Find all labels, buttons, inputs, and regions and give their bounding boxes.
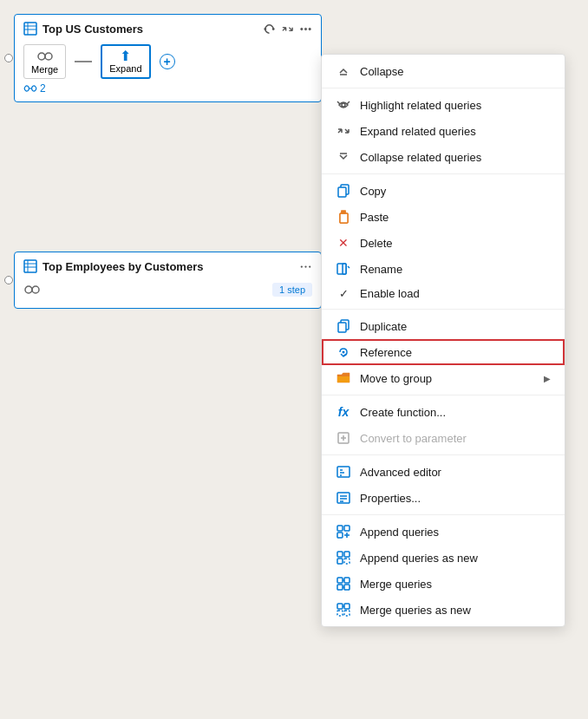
card-bottom-title-row: Top Employees by Customers [23, 259, 312, 273]
menu-item-duplicate[interactable]: Duplicate [322, 313, 565, 339]
menu-collapse-label: Collapse [360, 65, 404, 78]
menu-merge-queries-new-label: Merge queries as new [360, 604, 471, 617]
svg-rect-39 [337, 467, 350, 477]
menu-item-collapse-related[interactable]: Collapse related queries [322, 144, 565, 170]
svg-rect-54 [337, 578, 343, 583]
svg-line-23 [337, 101, 340, 104]
svg-rect-56 [337, 585, 343, 590]
menu-item-merge-queries[interactable]: Merge queries [322, 571, 565, 597]
checkmark-icon: ✓ [336, 287, 351, 300]
merge-step: Merge [23, 44, 66, 79]
svg-rect-50 [337, 552, 343, 557]
sep-4 [322, 395, 565, 395]
link-count-value: 2 [40, 82, 46, 95]
svg-rect-55 [344, 578, 350, 583]
convert-icon [336, 430, 351, 446]
copy-icon [336, 183, 351, 199]
svg-rect-52 [337, 559, 343, 564]
more-icon-2[interactable] [299, 260, 312, 273]
svg-rect-12 [24, 260, 36, 272]
svg-rect-31 [343, 264, 346, 274]
fx-icon: fx [336, 404, 351, 420]
menu-item-expand-related[interactable]: Expand related queries [322, 118, 565, 144]
properties-icon [336, 490, 351, 506]
svg-point-7 [304, 28, 306, 29]
svg-point-17 [304, 265, 306, 267]
svg-point-22 [342, 103, 345, 107]
menu-item-collapse[interactable]: Collapse [322, 58, 565, 84]
menu-item-advanced-editor[interactable]: Advanced editor [322, 459, 565, 485]
related-icon[interactable] [263, 23, 276, 36]
menu-item-properties[interactable]: Properties... [322, 485, 565, 511]
link-count: 2 [23, 82, 312, 95]
svg-rect-27 [338, 187, 346, 197]
menu-copy-label: Copy [360, 185, 386, 198]
menu-item-delete[interactable]: ✕ Delete [322, 230, 565, 256]
menu-item-copy[interactable]: Copy [322, 178, 565, 204]
svg-rect-0 [24, 23, 36, 35]
add-step-button[interactable]: + [160, 54, 175, 69]
svg-rect-48 [344, 526, 350, 531]
svg-line-24 [347, 101, 350, 104]
svg-point-5 [272, 28, 275, 30]
expand-related-icon [336, 123, 351, 139]
menu-item-merge-queries-new[interactable]: Merge queries as new [322, 597, 565, 623]
merge-queries-new-icon [336, 602, 351, 618]
svg-line-32 [348, 266, 350, 268]
card-top-title: Top US Customers [42, 23, 143, 36]
left-connector-dot [4, 54, 13, 62]
folder-icon [336, 370, 351, 386]
append-icon [336, 524, 351, 539]
svg-point-8 [309, 28, 310, 29]
merge-queries-icon [336, 576, 351, 592]
more-icon[interactable] [299, 23, 312, 36]
menu-item-rename[interactable]: Rename [322, 256, 565, 282]
expand-step-icon: ⬆ [120, 49, 131, 63]
menu-merge-queries-label: Merge queries [360, 578, 432, 591]
merge-label: Merge [31, 64, 58, 75]
card-bottom-body: 1 step [23, 278, 312, 301]
menu-item-paste[interactable]: Paste [322, 204, 565, 230]
append-new-icon [336, 550, 351, 565]
query-card-top: Top US Customers [14, 14, 322, 102]
left-connector-dot-2 [4, 276, 13, 284]
menu-item-append-queries[interactable]: Append queries [322, 519, 565, 545]
menu-rename-label: Rename [360, 263, 402, 276]
editor-icon [336, 464, 351, 480]
menu-item-reference[interactable]: Reference [322, 339, 565, 365]
sep-2 [322, 173, 565, 174]
context-menu: Collapse Highlight related queries [321, 54, 565, 627]
menu-create-function-label: Create function... [360, 406, 446, 419]
menu-delete-label: Delete [360, 237, 393, 250]
expand-card-icon[interactable] [281, 23, 294, 36]
rename-icon [336, 261, 351, 277]
delete-icon: ✕ [336, 235, 351, 251]
submenu-arrow: ▶ [544, 374, 551, 383]
sep-5 [322, 454, 565, 455]
svg-rect-62 [337, 611, 343, 616]
menu-item-highlight[interactable]: Highlight related queries [322, 92, 565, 118]
menu-paste-label: Paste [360, 211, 389, 224]
menu-item-enable-load[interactable]: ✓ Enable load [322, 282, 565, 305]
svg-rect-51 [344, 552, 350, 557]
svg-rect-60 [337, 604, 343, 609]
menu-advanced-editor-label: Advanced editor [360, 466, 441, 479]
sep-1 [322, 88, 565, 88]
collapse-related-icon [336, 149, 351, 165]
menu-duplicate-label: Duplicate [360, 320, 407, 333]
svg-rect-63 [344, 611, 350, 616]
svg-point-10 [45, 53, 52, 60]
menu-item-append-queries-new[interactable]: Append queries as new [322, 545, 565, 571]
table-icon [23, 22, 37, 36]
reference-icon [336, 344, 351, 360]
menu-item-create-function[interactable]: fx Create function... [322, 399, 565, 425]
menu-reference-label: Reference [360, 346, 412, 359]
menu-item-move-to-group[interactable]: Move to group ▶ [322, 365, 565, 391]
sep-6 [322, 514, 565, 515]
svg-point-35 [343, 351, 345, 354]
menu-append-queries-new-label: Append queries as new [360, 552, 478, 565]
duplicate-icon [336, 318, 351, 334]
expand-label: Expand [109, 63, 141, 74]
svg-rect-34 [338, 323, 346, 332]
svg-point-20 [32, 286, 39, 293]
